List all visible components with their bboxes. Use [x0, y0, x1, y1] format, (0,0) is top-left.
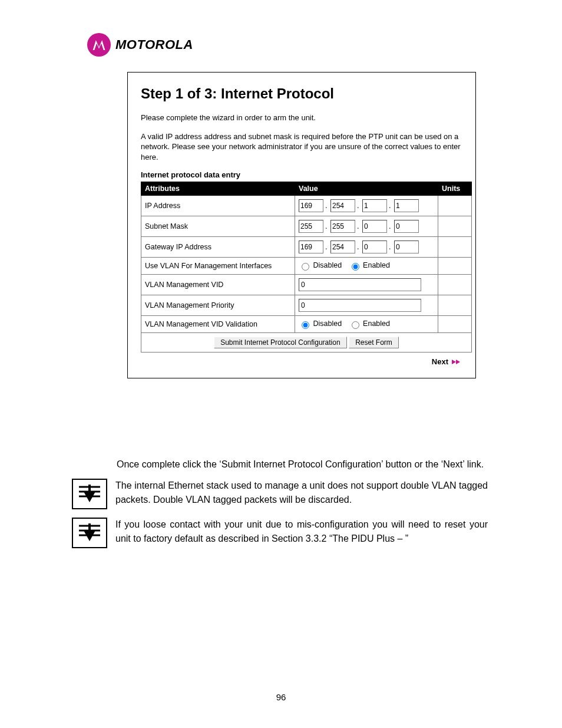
panel-title: Step 1 of 3: Internet Protocol — [141, 85, 464, 102]
label-mask: Subnet Mask — [141, 216, 295, 237]
table-row-vlan-mgmt: Use VLAN For Management Interfaces Disab… — [141, 258, 472, 275]
svg-rect-11 — [88, 523, 91, 532]
vidval-disabled-label[interactable]: Disabled — [299, 319, 344, 328]
mask-octet-3[interactable] — [362, 220, 387, 233]
ip-octet-3[interactable] — [362, 199, 387, 212]
reset-button[interactable]: Reset Form — [349, 337, 399, 348]
vlan-mgmt-disabled-label[interactable]: Disabled — [299, 261, 344, 269]
vidval-enabled-label[interactable]: Enabled — [349, 319, 390, 328]
gw-octet-4[interactable] — [394, 241, 419, 253]
brand-header: MOTOROLA — [87, 33, 193, 57]
note-text-2: If you loose contact with your unit due … — [115, 518, 488, 546]
motorola-logo-icon — [87, 33, 111, 57]
note-icon — [72, 479, 107, 509]
col-attributes: Attributes — [141, 182, 295, 196]
attributes-table: Attributes Value Units IP Address . . . … — [141, 182, 472, 353]
table-row-buttons: Submit Internet Protocol Configuration R… — [141, 333, 472, 353]
vlan-prio-input[interactable] — [299, 299, 421, 312]
svg-rect-6 — [88, 485, 91, 493]
table-row-mask: Subnet Mask . . . — [141, 216, 472, 237]
label-vlan-vid: VLAN Management VID — [141, 275, 295, 295]
label-vlan-mgmt: Use VLAN For Management Interfaces — [141, 258, 295, 275]
panel-intro-2: A valid IP address address and subnet ma… — [141, 131, 464, 163]
page-number: 96 — [0, 692, 562, 702]
note-icon — [72, 518, 107, 548]
table-row-vlan-vid-validation: VLAN Management VID Validation Disabled … — [141, 316, 472, 333]
label-vlan-prio: VLAN Management Priority — [141, 295, 295, 316]
vlan-mgmt-disabled-radio[interactable] — [302, 263, 309, 271]
next-arrow-icon — [452, 358, 464, 366]
table-row-ip: IP Address . . . — [141, 196, 472, 216]
table-row-vlan-prio: VLAN Management Priority — [141, 295, 472, 316]
gw-octet-1[interactable] — [299, 241, 323, 253]
body-paragraph-1: Once complete click the ‘Submit Internet… — [117, 457, 488, 472]
note-block-2: If you loose contact with your unit due … — [117, 518, 488, 548]
note-block-1: The internal Ethernet stack used to mana… — [117, 479, 488, 509]
brand-name: MOTOROLA — [115, 37, 193, 52]
gw-octet-3[interactable] — [362, 241, 387, 253]
ip-octet-1[interactable] — [299, 199, 323, 212]
table-row-vlan-vid: VLAN Management VID — [141, 275, 472, 295]
gw-octet-2[interactable] — [330, 241, 355, 253]
mask-octet-4[interactable] — [394, 220, 419, 233]
vlan-vid-input[interactable] — [299, 278, 421, 291]
panel-subhead: Internet protocol data entry — [141, 170, 464, 179]
mask-octet-2[interactable] — [330, 220, 355, 233]
wizard-panel: Step 1 of 3: Internet Protocol Please co… — [127, 72, 476, 378]
mask-octet-1[interactable] — [299, 220, 323, 233]
label-gateway: Gateway IP Address — [141, 237, 295, 258]
body-copy: Once complete click the ‘Submit Internet… — [117, 457, 488, 556]
svg-marker-1 — [456, 360, 460, 364]
note-text-1: The internal Ethernet stack used to mana… — [115, 479, 488, 507]
label-ip: IP Address — [141, 196, 295, 216]
submit-button[interactable]: Submit Internet Protocol Configuration — [214, 337, 346, 348]
vlan-mgmt-enabled-label[interactable]: Enabled — [349, 261, 390, 269]
ip-octet-2[interactable] — [330, 199, 355, 212]
col-units: Units — [438, 182, 472, 196]
vlan-mgmt-enabled-radio[interactable] — [352, 263, 359, 271]
svg-marker-0 — [452, 360, 456, 364]
col-value: Value — [295, 182, 438, 196]
vidval-disabled-radio[interactable] — [302, 321, 309, 329]
label-vlan-vid-validation: VLAN Management VID Validation — [141, 316, 295, 333]
next-link[interactable]: Next — [141, 357, 464, 366]
table-row-gateway: Gateway IP Address . . . — [141, 237, 472, 258]
panel-intro-1: Please complete the wizard in order to a… — [141, 113, 464, 123]
ip-octet-4[interactable] — [394, 199, 419, 212]
vidval-enabled-radio[interactable] — [352, 321, 359, 329]
